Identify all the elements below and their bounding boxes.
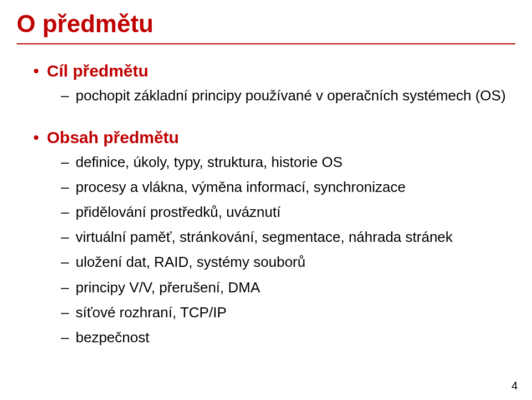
section-gap xyxy=(33,111,515,126)
page-number: 4 xyxy=(511,379,518,392)
dash-icon: – xyxy=(61,328,69,347)
dash-icon: – xyxy=(61,227,69,247)
list-item: – virtuální paměť, stránkování, segmenta… xyxy=(61,227,515,247)
list-item-text: virtuální paměť, stránkování, segmentace… xyxy=(75,227,452,247)
slide-container: O předmětu • Cíl předmětu – pochopit zák… xyxy=(0,0,532,400)
list-item-text: přidělování prostředků, uváznutí xyxy=(75,202,280,222)
list-item: – principy V/V, přerušení, DMA xyxy=(61,278,515,297)
dash-icon: – xyxy=(61,86,69,105)
section-heading-text: Cíl předmětu xyxy=(47,60,149,82)
list-item: – přidělování prostředků, uváznutí xyxy=(61,202,515,222)
list-item-text: principy V/V, přerušení, DMA xyxy=(75,278,260,297)
list-item: – pochopit základní principy používané v… xyxy=(61,86,515,105)
list-item-text: pochopit základní principy používané v o… xyxy=(75,86,505,105)
dash-icon: – xyxy=(61,278,69,297)
section-heading-text: Obsah předmětu xyxy=(47,126,179,148)
dash-icon: – xyxy=(61,178,69,197)
bullet-icon: • xyxy=(33,126,39,148)
list-item: – síťové rozhraní, TCP/IP xyxy=(61,303,515,322)
list-item: – bezpečnost xyxy=(61,328,515,347)
list-item-text: uložení dat, RAID, systémy souborů xyxy=(75,252,305,272)
list-item: – procesy a vlákna, výměna informací, sy… xyxy=(61,178,515,197)
dash-icon: – xyxy=(61,303,69,322)
section-heading: • Obsah předmětu xyxy=(33,126,515,148)
dash-icon: – xyxy=(61,202,69,222)
list-item-text: bezpečnost xyxy=(75,328,149,347)
list-item-text: definice, úkoly, typy, struktura, histor… xyxy=(75,153,342,172)
bullet-icon: • xyxy=(33,60,39,82)
slide-content: • Cíl předmětu – pochopit základní princ… xyxy=(17,60,515,347)
slide-title: O předmětu xyxy=(17,10,515,38)
dash-icon: – xyxy=(61,252,69,272)
list-item-text: procesy a vlákna, výměna informací, sync… xyxy=(75,178,405,197)
list-item: – uložení dat, RAID, systémy souborů xyxy=(61,252,515,272)
list-item: – definice, úkoly, typy, struktura, hist… xyxy=(61,153,515,172)
title-underline xyxy=(17,43,515,44)
dash-icon: – xyxy=(61,153,69,172)
section-heading: • Cíl předmětu xyxy=(33,60,515,82)
list-item-text: síťové rozhraní, TCP/IP xyxy=(75,303,226,322)
